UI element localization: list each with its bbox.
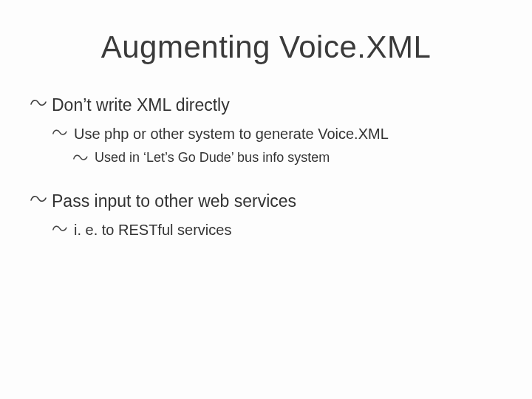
- flourish-icon: [30, 95, 49, 112]
- bullet-level2: i. e. to RESTful services: [52, 220, 502, 239]
- slide: Augmenting Voice.XML Don’t write XML dir…: [0, 0, 532, 399]
- bullet-level1: Pass input to other web services: [30, 191, 502, 213]
- bullet-level1: Don’t write XML directly: [30, 95, 502, 117]
- bullet-level2: Use php or other system to generate Voic…: [52, 124, 502, 143]
- bullet-text: Used in ‘Let’s Go Dude’ bus info system: [95, 149, 502, 166]
- flourish-icon: [72, 149, 92, 167]
- flourish-icon: [52, 124, 71, 142]
- slide-title: Augmenting Voice.XML: [30, 30, 502, 65]
- flourish-icon: [30, 191, 49, 208]
- bullet-text: Pass input to other web services: [52, 191, 502, 213]
- bullet-text: Don’t write XML directly: [52, 95, 502, 117]
- flourish-icon: [52, 220, 71, 238]
- bullet-text: Use php or other system to generate Voic…: [74, 124, 502, 143]
- spacer: [30, 173, 502, 191]
- bullet-text: i. e. to RESTful services: [74, 220, 502, 239]
- bullet-level3: Used in ‘Let’s Go Dude’ bus info system: [72, 149, 502, 167]
